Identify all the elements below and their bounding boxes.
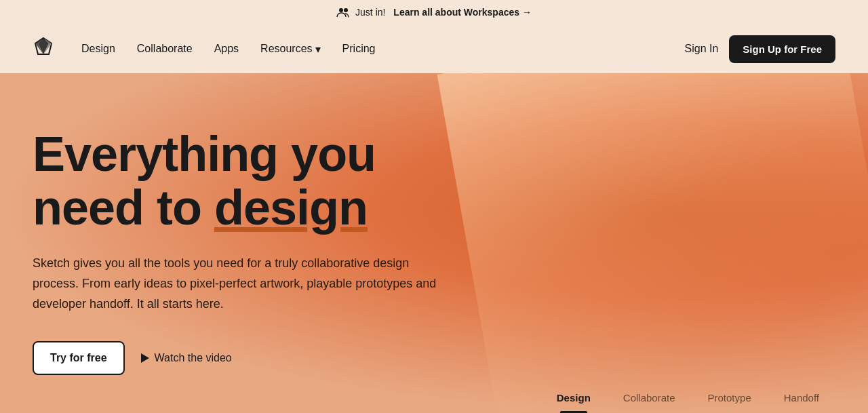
logo[interactable] [33, 37, 54, 61]
nav-actions: Sign In Sign Up for Free [685, 35, 836, 63]
learn-workspaces-link[interactable]: Learn all about Workspaces → [393, 7, 532, 18]
just-in-text: Just in! [355, 7, 385, 18]
svg-point-0 [339, 8, 343, 12]
svg-point-1 [344, 8, 348, 12]
feature-tabs: Design Collaborate Prototype Handoff [540, 382, 868, 413]
tab-handoff[interactable]: Handoff [768, 382, 835, 413]
hero-title: Everything you need to design [33, 127, 476, 235]
nav-resources[interactable]: Resources ▾ [260, 43, 320, 56]
tab-collaborate[interactable]: Collaborate [607, 382, 692, 413]
nav-links: Design Collaborate Apps Resources ▾ Pric… [81, 43, 685, 56]
sign-in-button[interactable]: Sign In [685, 43, 719, 55]
nav-pricing[interactable]: Pricing [342, 43, 376, 55]
nav-design[interactable]: Design [81, 43, 115, 55]
chevron-down-icon: ▾ [315, 43, 321, 56]
play-icon [141, 353, 149, 363]
signup-button[interactable]: Sign Up for Free [729, 35, 835, 63]
tab-prototype[interactable]: Prototype [692, 382, 768, 413]
users-icon [336, 7, 350, 18]
hero-cta: Try for free Watch the video [33, 341, 476, 375]
try-free-button[interactable]: Try for free [33, 341, 125, 375]
nav-collaborate[interactable]: Collaborate [137, 43, 193, 55]
announcement-bar: Just in! Learn all about Workspaces → [0, 0, 868, 24]
tab-design[interactable]: Design [540, 382, 607, 413]
watch-video-button[interactable]: Watch the video [141, 352, 232, 364]
hero-content: Everything you need to design Sketch giv… [0, 73, 509, 375]
nav-apps[interactable]: Apps [214, 43, 239, 55]
hero-subtitle: Sketch gives you all the tools you need … [33, 254, 453, 314]
main-nav: Design Collaborate Apps Resources ▾ Pric… [0, 24, 868, 73]
hero-section: Everything you need to design Sketch giv… [0, 73, 868, 413]
